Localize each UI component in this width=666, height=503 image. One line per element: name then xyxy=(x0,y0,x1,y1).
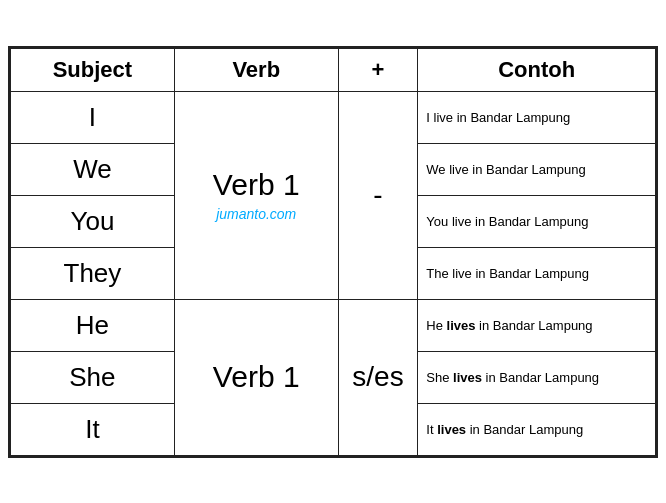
verb-group1: Verb 1 jumanto.com xyxy=(174,91,338,299)
contoh-They: The live in Bandar Lampung xyxy=(418,247,656,299)
contoh-He: He lives in Bandar Lampung xyxy=(418,299,656,351)
verb-group2: Verb 1 xyxy=(174,299,338,455)
contoh-It: It lives in Bandar Lampung xyxy=(418,403,656,455)
plus-group1: - xyxy=(338,91,418,299)
subject-You: You xyxy=(11,195,175,247)
header-row: Subject Verb + Contoh xyxy=(11,48,656,91)
subject-I: I xyxy=(11,91,175,143)
subject-She: She xyxy=(11,351,175,403)
contoh-We: We live in Bandar Lampung xyxy=(418,143,656,195)
contoh-I: I live in Bandar Lampung xyxy=(418,91,656,143)
table-row: He Verb 1 s/es He lives in Bandar Lampun… xyxy=(11,299,656,351)
contoh-You: You live in Bandar Lampung xyxy=(418,195,656,247)
subject-They: They xyxy=(11,247,175,299)
subject-It: It xyxy=(11,403,175,455)
contoh-She: She lives in Bandar Lampung xyxy=(418,351,656,403)
header-verb: Verb xyxy=(174,48,338,91)
table-row: I Verb 1 jumanto.com - I live in Bandar … xyxy=(11,91,656,143)
grammar-table: Subject Verb + Contoh I Verb 1 jumanto.c… xyxy=(8,46,658,458)
verb1-label-2: Verb 1 xyxy=(213,360,300,393)
header-contoh: Contoh xyxy=(418,48,656,91)
subject-We: We xyxy=(11,143,175,195)
verb1-label: Verb 1 xyxy=(213,168,300,201)
header-plus: + xyxy=(338,48,418,91)
plus-group2: s/es xyxy=(338,299,418,455)
header-subject: Subject xyxy=(11,48,175,91)
brand-label: jumanto.com xyxy=(179,206,334,222)
subject-He: He xyxy=(11,299,175,351)
